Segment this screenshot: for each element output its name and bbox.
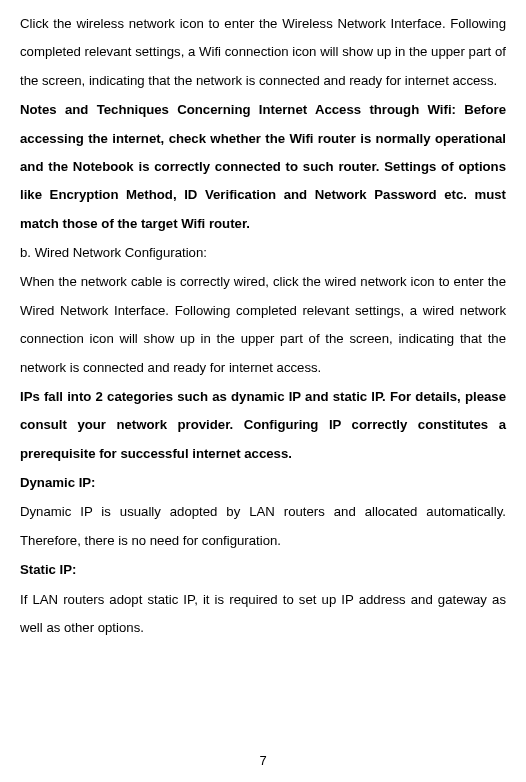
- heading-static-ip: Static IP:: [20, 556, 506, 584]
- paragraph-dynamic-ip: Dynamic IP is usually adopted by LAN rou…: [20, 498, 506, 555]
- paragraph-wired-config: When the network cable is correctly wire…: [20, 268, 506, 382]
- paragraph-wired-heading: b. Wired Network Configuration:: [20, 239, 506, 267]
- paragraph-wireless-intro: Click the wireless network icon to enter…: [20, 10, 506, 95]
- heading-dynamic-ip: Dynamic IP:: [20, 469, 506, 497]
- paragraph-ip-categories: IPs fall into 2 categories such as dynam…: [20, 383, 506, 468]
- document-body: Click the wireless network icon to enter…: [20, 10, 506, 642]
- paragraph-wifi-notes: Notes and Techniques Concerning Internet…: [20, 96, 506, 238]
- paragraph-static-ip: If LAN routers adopt static IP, it is re…: [20, 586, 506, 643]
- page-number: 7: [0, 753, 526, 768]
